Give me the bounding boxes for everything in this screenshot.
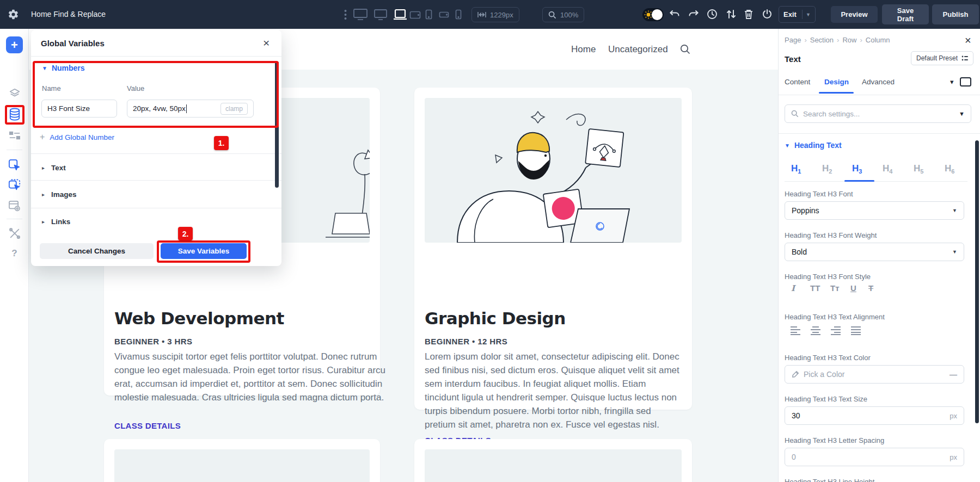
clear-color-dash-icon[interactable]: — (950, 370, 957, 379)
template-library-icon[interactable] (0, 197, 29, 214)
uppercase-style-icon[interactable]: TT (810, 283, 820, 293)
nav-link-category[interactable]: Uncategorized (608, 29, 668, 70)
letter-spacing-input[interactable]: 0 px (785, 448, 964, 466)
trash-icon[interactable] (744, 9, 754, 20)
dark-mode-toggle[interactable] (642, 8, 664, 21)
images-section-header[interactable]: ▸ Images (42, 190, 77, 199)
builder-app: Home Find & Replace (0, 0, 980, 482)
element-selector-icon[interactable] (0, 157, 29, 173)
size-unit[interactable]: px (950, 412, 957, 420)
breakpoint-desktop-icon[interactable] (373, 9, 388, 21)
add-element-button[interactable]: + (6, 36, 23, 53)
tools-icon[interactable] (0, 225, 29, 242)
nav-link-home[interactable]: Home (571, 29, 596, 70)
settings-search-input[interactable]: Search settings... ▼ (785, 104, 971, 123)
panel-close-icon[interactable]: × (965, 34, 971, 47)
plus-icon: + (40, 132, 45, 142)
heading-level-h1[interactable]: H1 (791, 163, 801, 175)
tab-design[interactable]: Design (824, 78, 849, 86)
heading-text-section-header[interactable]: ▼ Heading Text (785, 141, 842, 150)
layers-tree-icon[interactable] (0, 85, 29, 102)
breakpoint-phone-landscape-icon[interactable] (439, 11, 449, 18)
align-left-icon[interactable] (790, 326, 801, 335)
course-card-partial-right[interactable]: A (414, 439, 692, 482)
help-icon[interactable]: ? (0, 245, 29, 262)
heading-level-h4[interactable]: H4 (883, 163, 892, 175)
breadcrumb-row[interactable]: Row (842, 36, 856, 44)
align-justify-icon[interactable] (850, 326, 861, 335)
breakpoint-phone-portrait-icon[interactable] (455, 9, 462, 20)
breadcrumb-column[interactable]: Column (866, 36, 890, 44)
tab-options-caret-icon[interactable]: ▾ (950, 78, 954, 86)
preview-button[interactable]: Preview (831, 6, 878, 23)
tab-advanced[interactable]: Advanced (862, 78, 895, 86)
font-select[interactable]: Poppins ▼ (785, 201, 964, 220)
modal-close-icon[interactable]: × (263, 38, 270, 48)
undo-icon[interactable] (669, 9, 680, 19)
heading-level-h5[interactable]: H5 (914, 163, 923, 175)
width-arrows-icon (477, 11, 486, 18)
font-weight-label: Heading Text H3 Font Weight (785, 231, 877, 239)
heading-level-h6[interactable]: H6 (945, 163, 954, 175)
italic-style-icon[interactable]: I (791, 283, 795, 293)
more-options-icon[interactable] (344, 9, 347, 20)
annotation-step-1-badge: 1. (214, 136, 229, 150)
line-height-label: Heading Text H3 Line Height (785, 478, 874, 482)
text-color-input[interactable]: Pick a Color — (785, 365, 964, 384)
breakpoint-tablet-landscape-icon[interactable] (409, 11, 421, 19)
duplicate-selector-icon[interactable] (0, 177, 29, 193)
breadcrumb-separator: › (834, 36, 842, 44)
filter-icon[interactable]: ▼ (959, 110, 965, 117)
course-card-partial-left[interactable] (104, 439, 380, 482)
publish-button[interactable]: Publish (932, 4, 979, 24)
capitalize-style-icon[interactable]: Tᴛ (830, 283, 840, 293)
panel-scrollbar[interactable] (975, 140, 979, 423)
breadcrumb-page[interactable]: Page (785, 36, 801, 44)
canvas-width-control[interactable]: 1229px (471, 7, 519, 22)
save-draft-button[interactable]: Save Draft (882, 4, 929, 24)
align-right-icon[interactable] (830, 326, 841, 335)
text-size-input[interactable]: 30 px (785, 406, 964, 425)
add-global-number-button[interactable]: + Add Global Number (40, 132, 114, 142)
site-search-icon[interactable] (680, 44, 690, 54)
strikethrough-style-icon[interactable]: T (868, 283, 873, 293)
breadcrumb-section[interactable]: Section (810, 36, 834, 44)
exit-button[interactable]: Exit ▼ (779, 6, 816, 23)
underline-style-icon[interactable]: U (850, 283, 856, 293)
top-toolbar: Home Find & Replace (0, 0, 980, 29)
left-icon-sidebar: + ? (0, 29, 29, 482)
heading-level-h2[interactable]: H2 (822, 163, 832, 175)
settings-sliders-icon[interactable] (0, 127, 29, 144)
cancel-changes-button[interactable]: Cancel Changes (40, 243, 154, 259)
font-weight-select[interactable]: Bold ▼ (785, 243, 964, 261)
breakpoint-tablet-portrait-icon[interactable] (425, 9, 432, 20)
preview-label: Preview (841, 10, 867, 18)
breakpoint-laptop-icon-active[interactable] (393, 9, 407, 21)
collapse-arrow-icon: ▼ (785, 143, 790, 149)
redo-icon[interactable] (688, 9, 699, 19)
active-heading-underline (844, 180, 874, 182)
tab-content[interactable]: Content (785, 78, 810, 86)
import-export-icon[interactable] (726, 9, 736, 20)
plus-icon: + (11, 38, 18, 52)
panel-divider (779, 133, 980, 134)
responsive-preview-icon[interactable] (959, 77, 972, 87)
text-section-header[interactable]: ▸ Text (42, 164, 66, 172)
canvas-zoom-control[interactable]: 100% (542, 7, 584, 22)
class-details-link[interactable]: CLASS DETAILS (114, 421, 181, 430)
course-illustration-partial: A (425, 449, 682, 482)
expand-arrow-icon: ▸ (42, 219, 45, 225)
course-card-graphic-design[interactable]: Graphic Design BEGINNER • 12 HRS Lorem i… (414, 88, 692, 410)
breakpoint-desktop-large-icon[interactable] (353, 8, 368, 21)
links-section-header[interactable]: ▸ Links (42, 218, 70, 226)
builder-settings-gear-icon[interactable] (8, 9, 19, 20)
exit-caret-icon[interactable]: ▼ (803, 12, 811, 17)
heading-level-h3-active[interactable]: H3 (852, 163, 862, 175)
history-clock-icon[interactable] (707, 9, 718, 20)
course-meta: BEGINNER • 12 HRS (425, 337, 507, 346)
spacing-unit[interactable]: px (950, 453, 957, 461)
default-preset-button[interactable]: Default Preset (911, 51, 973, 65)
align-center-icon[interactable] (810, 326, 821, 335)
eyedropper-icon (792, 370, 799, 378)
power-settings-icon[interactable] (762, 9, 773, 20)
